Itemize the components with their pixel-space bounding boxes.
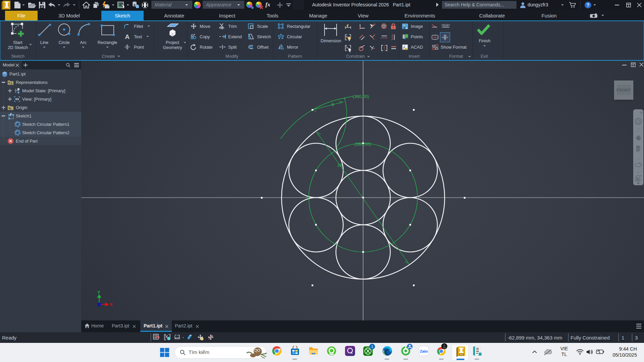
svg-text:Y: Y: [97, 290, 100, 295]
svg-text:X: X: [110, 302, 113, 307]
svg-text:1: 1: [371, 345, 373, 349]
svg-text:(360,00): (360,00): [353, 94, 369, 99]
svg-text:?: ?: [587, 2, 590, 8]
svg-text:28: 28: [337, 163, 342, 168]
svg-text:+/-: +/-: [177, 334, 180, 337]
svg-text:Zalo: Zalo: [420, 349, 428, 353]
svg-text:A: A: [125, 34, 130, 40]
svg-text:H(x)H: H(x)H: [442, 23, 450, 27]
svg-text:PRO: PRO: [460, 354, 463, 356]
svg-text:6: 6: [332, 102, 334, 107]
svg-text:Z: Z: [98, 303, 100, 307]
